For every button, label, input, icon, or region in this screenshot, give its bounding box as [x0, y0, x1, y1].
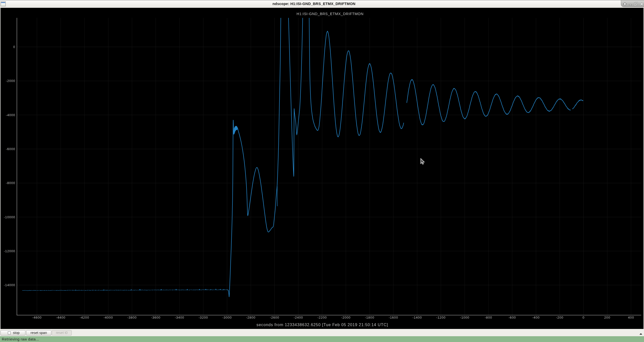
- svg-text:-12000: -12000: [4, 249, 15, 253]
- svg-text:200: 200: [604, 316, 610, 319]
- svg-text:-4600: -4600: [32, 316, 42, 319]
- svg-text:-1600: -1600: [389, 316, 398, 319]
- svg-text:H1:ISI-GND_BRS_ETMX_DRIFTMON: H1:ISI-GND_BRS_ETMX_DRIFTMON: [297, 12, 364, 16]
- svg-text:seconds from 1233438632.6250 [: seconds from 1233438632.6250 [Tue Feb 05…: [256, 323, 388, 327]
- svg-text:-2200: -2200: [317, 316, 327, 319]
- svg-text:-10000: -10000: [4, 215, 15, 219]
- svg-text:-14000: -14000: [4, 283, 15, 287]
- svg-text:-8000: -8000: [6, 181, 15, 185]
- svg-text:-1200: -1200: [436, 316, 446, 319]
- svg-text:-3800: -3800: [127, 316, 137, 319]
- svg-text:-400: -400: [532, 316, 540, 319]
- svg-text:-2000: -2000: [341, 316, 350, 319]
- svg-text:-2600: -2600: [270, 316, 279, 319]
- svg-text:-2400: -2400: [294, 316, 303, 319]
- svg-text:-800: -800: [485, 316, 492, 319]
- svg-text:-6000: -6000: [6, 147, 15, 151]
- svg-text:-200: -200: [556, 316, 563, 319]
- svg-text:-4000: -4000: [6, 113, 15, 117]
- svg-text:-4200: -4200: [80, 316, 89, 319]
- svg-text:-3400: -3400: [175, 316, 184, 319]
- svg-text:-4400: -4400: [56, 316, 65, 319]
- svg-text:-1800: -1800: [365, 316, 374, 319]
- svg-text:0: 0: [13, 45, 15, 49]
- svg-text:-3200: -3200: [198, 316, 208, 319]
- svg-text:-3600: -3600: [151, 316, 160, 319]
- svg-text:-3000: -3000: [222, 316, 232, 319]
- svg-text:-4000: -4000: [104, 316, 113, 319]
- svg-text:400: 400: [628, 316, 634, 319]
- svg-text:0: 0: [582, 316, 584, 319]
- svg-text:-600: -600: [508, 316, 516, 319]
- svg-text:-2800: -2800: [246, 316, 255, 319]
- svg-text:-2000: -2000: [6, 79, 15, 83]
- svg-text:-1000: -1000: [460, 316, 469, 319]
- svg-text:-1400: -1400: [413, 316, 422, 319]
